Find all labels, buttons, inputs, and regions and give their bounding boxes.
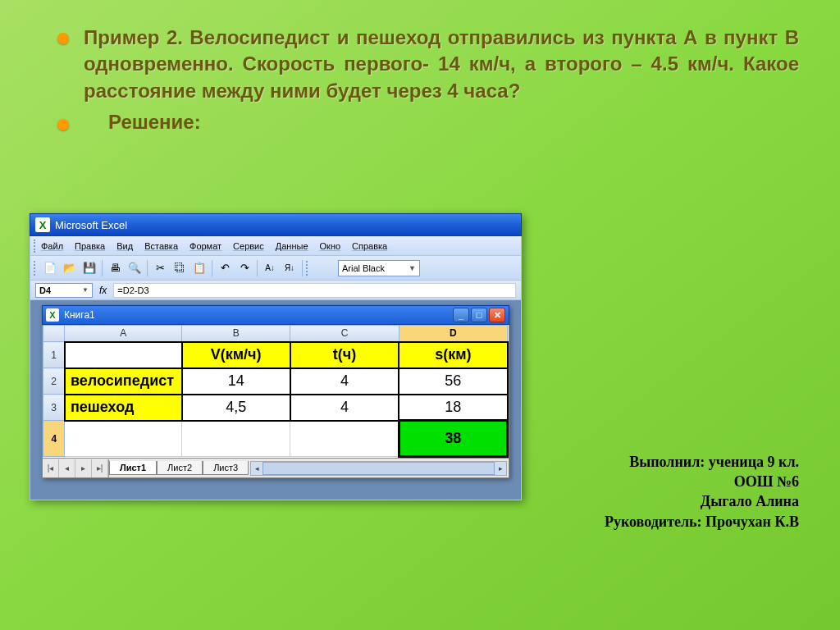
workbook-titlebar[interactable]: X Книга1 _ □ ✕	[42, 305, 509, 325]
undo-icon[interactable]: ↶	[216, 259, 234, 277]
menu-format[interactable]: Формат	[189, 241, 221, 251]
col-header-b[interactable]: B	[182, 326, 290, 342]
cell-b3[interactable]: 4,5	[182, 395, 290, 421]
separator	[257, 260, 258, 276]
cut-icon[interactable]: ✂	[151, 259, 169, 277]
app-title: Microsoft Excel	[55, 219, 127, 231]
col-header-d[interactable]: D	[399, 326, 507, 342]
spreadsheet-grid[interactable]: A B C D 1 V(км/ч) t(ч) s(км) 2 вело	[42, 325, 509, 478]
font-selector[interactable]: Arial Black ▼	[338, 260, 420, 276]
chevron-down-icon: ▼	[409, 264, 416, 272]
grip-icon[interactable]	[34, 240, 36, 253]
cell-a4[interactable]	[65, 421, 182, 457]
cell-c1[interactable]: t(ч)	[290, 342, 399, 368]
fx-icon[interactable]: fx	[99, 285, 107, 296]
credit-line-3: Дыгало Алина	[545, 491, 799, 511]
next-sheet-button[interactable]: ▸	[75, 459, 92, 477]
cell-a1[interactable]	[65, 342, 182, 368]
prev-sheet-button[interactable]: ◂	[59, 459, 75, 477]
col-header-c[interactable]: C	[290, 326, 399, 342]
scroll-right-icon[interactable]: ▸	[495, 462, 506, 475]
menu-edit[interactable]: Правка	[75, 241, 105, 251]
separator	[147, 260, 148, 276]
workbook-title: Книга1	[64, 309, 95, 321]
redo-icon[interactable]: ↷	[235, 259, 253, 277]
bullet-icon	[57, 119, 69, 130]
menu-file[interactable]: Файл	[41, 241, 63, 251]
copy-icon[interactable]: ⿻	[171, 259, 189, 277]
scroll-left-icon[interactable]: ◂	[251, 462, 262, 475]
active-cell-ref: D4	[39, 285, 51, 295]
menu-tools[interactable]: Сервис	[233, 241, 264, 251]
cell-a2[interactable]: велосипедист	[65, 368, 182, 395]
credit-line-2: ООШ №6	[545, 472, 799, 491]
sheet-tab-2[interactable]: Лист2	[157, 461, 203, 475]
row-header-4[interactable]: 4	[43, 421, 65, 457]
font-name: Arial Black	[342, 263, 385, 273]
separator	[302, 260, 303, 276]
open-icon[interactable]: 📂	[61, 259, 79, 277]
scroll-thumb[interactable]	[262, 462, 495, 475]
workbook-window: X Книга1 _ □ ✕ A B C D	[42, 305, 509, 478]
credit-block: Выполнил: ученица 9 кл. ООШ №6 Дыгало Ал…	[545, 452, 799, 532]
cell-d1[interactable]: s(км)	[399, 342, 507, 368]
solution-block: Решение:	[57, 111, 799, 134]
col-header-a[interactable]: A	[65, 326, 182, 342]
menu-help[interactable]: Справка	[352, 241, 387, 251]
credit-line-1: Выполнил: ученица 9 кл.	[545, 452, 799, 472]
sheet-tab-1[interactable]: Лист1	[109, 461, 157, 475]
close-button[interactable]: ✕	[489, 308, 505, 322]
save-icon[interactable]: 💾	[80, 259, 98, 277]
menu-data[interactable]: Данные	[276, 241, 308, 251]
menu-window[interactable]: Окно	[320, 241, 341, 251]
print-icon[interactable]: 🖶	[106, 259, 124, 277]
cell-d3[interactable]: 18	[399, 395, 507, 421]
sheet-tab-bar: |◂ ◂ ▸ ▸| Лист1 Лист2 Лист3 ◂ ▸	[43, 458, 509, 477]
name-box[interactable]: D4 ▼	[35, 283, 93, 298]
separator	[212, 260, 212, 276]
row-header-3[interactable]: 3	[43, 395, 65, 421]
formula-input[interactable]: =D2-D3	[113, 283, 516, 298]
sort-desc-icon[interactable]: Я↓	[281, 259, 299, 277]
menu-view[interactable]: Вид	[116, 241, 133, 251]
cell-b2[interactable]: 14	[182, 368, 290, 395]
cell-c2[interactable]: 4	[290, 368, 399, 395]
standard-toolbar: 📄 📂 💾 🖶 🔍 ✂ ⿻ 📋 ↶ ↷ A↓ Я↓ Arial Black ▼	[30, 256, 522, 281]
preview-icon[interactable]: 🔍	[126, 259, 144, 277]
grip-icon[interactable]	[306, 261, 308, 276]
grip-icon[interactable]	[34, 261, 36, 276]
new-icon[interactable]: 📄	[41, 259, 59, 277]
workspace: X Книга1 _ □ ✕ A B C D	[30, 300, 522, 500]
sheet-nav: |◂ ◂ ▸ ▸|	[43, 459, 109, 477]
excel-icon: X	[35, 217, 50, 232]
formula-text: =D2-D3	[117, 285, 148, 295]
cell-a3[interactable]: пешеход	[65, 395, 182, 421]
cell-b1[interactable]: V(км/ч)	[182, 342, 290, 368]
cell-c3[interactable]: 4	[290, 395, 399, 421]
last-sheet-button[interactable]: ▸|	[92, 459, 108, 477]
first-sheet-button[interactable]: |◂	[43, 459, 59, 477]
formula-bar: D4 ▼ fx =D2-D3	[30, 281, 522, 300]
minimize-button[interactable]: _	[453, 308, 469, 322]
chevron-down-icon: ▼	[82, 286, 89, 294]
horizontal-scrollbar[interactable]: ◂ ▸	[250, 461, 507, 476]
sheet-tab-3[interactable]: Лист3	[203, 461, 249, 475]
bullet-icon	[57, 33, 69, 44]
maximize-button[interactable]: □	[471, 308, 487, 322]
select-all-corner[interactable]	[43, 326, 65, 342]
sort-asc-icon[interactable]: A↓	[261, 259, 279, 277]
menu-insert[interactable]: Вставка	[144, 241, 178, 251]
window-controls: _ □ ✕	[453, 308, 505, 322]
app-titlebar[interactable]: X Microsoft Excel	[30, 213, 522, 236]
separator	[102, 260, 103, 276]
cell-b4[interactable]	[182, 421, 290, 457]
row-header-1[interactable]: 1	[43, 342, 65, 368]
problem-block: Пример 2. Велосипедист и пешеход отправи…	[57, 25, 799, 104]
excel-window: X Microsoft Excel Файл Правка Вид Вставк…	[30, 213, 522, 500]
cell-d2[interactable]: 56	[399, 368, 507, 395]
cell-d4-active[interactable]: 38	[399, 421, 507, 457]
row-header-2[interactable]: 2	[43, 368, 65, 395]
paste-icon[interactable]: 📋	[190, 259, 208, 277]
cell-c4[interactable]	[290, 421, 399, 457]
slide-body: Пример 2. Велосипедист и пешеход отправи…	[0, 0, 840, 157]
